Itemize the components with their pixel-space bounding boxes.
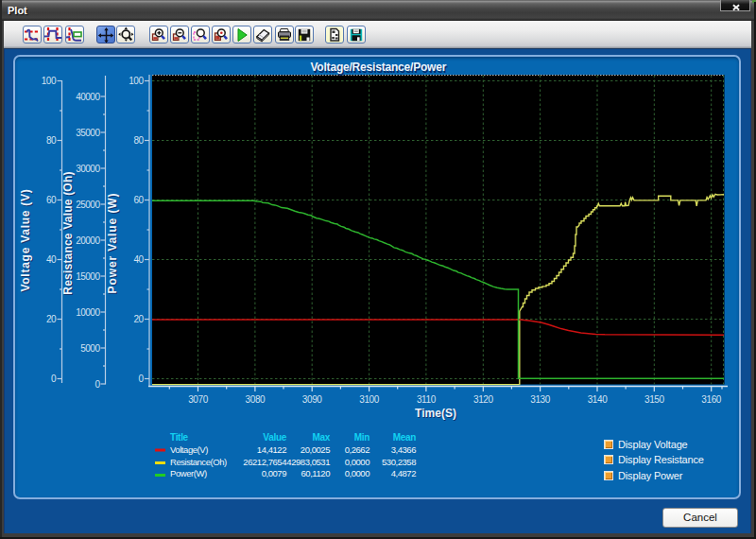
svg-text:3080: 3080 <box>246 394 266 405</box>
svg-text:Power Value (W): Power Value (W) <box>106 193 119 294</box>
svg-text:3110: 3110 <box>417 394 437 405</box>
svg-text:0: 0 <box>51 374 57 384</box>
svg-text:80: 80 <box>46 135 57 146</box>
svg-text:40: 40 <box>133 254 144 265</box>
svg-text:100: 100 <box>42 76 57 86</box>
svg-text:30000: 30000 <box>76 164 100 174</box>
svg-text:20: 20 <box>46 314 57 324</box>
svg-text:25000: 25000 <box>76 200 100 210</box>
svg-text:0: 0 <box>94 379 100 390</box>
svg-text:60: 60 <box>46 195 57 205</box>
svg-text:60: 60 <box>133 195 144 205</box>
svg-text:15000: 15000 <box>76 271 100 282</box>
svg-text:3150: 3150 <box>644 394 664 405</box>
svg-text:Resistance Value (Oh): Resistance Value (Oh) <box>61 171 75 294</box>
svg-text:80: 80 <box>133 135 144 146</box>
svg-text:3070: 3070 <box>188 394 208 405</box>
svg-text:5000: 5000 <box>80 343 100 354</box>
svg-text:3130: 3130 <box>530 394 550 405</box>
svg-text:10000: 10000 <box>76 307 100 318</box>
svg-text:100: 100 <box>129 76 144 86</box>
svg-text:35000: 35000 <box>76 128 100 138</box>
svg-text:3120: 3120 <box>473 394 493 405</box>
svg-text:3160: 3160 <box>701 394 721 405</box>
svg-text:3090: 3090 <box>302 394 322 405</box>
svg-text:20000: 20000 <box>76 235 100 246</box>
svg-text:40000: 40000 <box>76 92 100 102</box>
svg-text:Voltage Value (V): Voltage Value (V) <box>19 188 32 291</box>
svg-text:20: 20 <box>133 314 144 324</box>
svg-text:3100: 3100 <box>359 394 379 405</box>
svg-text:0: 0 <box>138 374 144 384</box>
svg-text:40: 40 <box>46 254 57 265</box>
svg-text:Time(S): Time(S) <box>415 407 456 420</box>
svg-text:Voltage/Resistance/Power: Voltage/Resistance/Power <box>310 61 446 74</box>
svg-text:3140: 3140 <box>588 394 608 405</box>
